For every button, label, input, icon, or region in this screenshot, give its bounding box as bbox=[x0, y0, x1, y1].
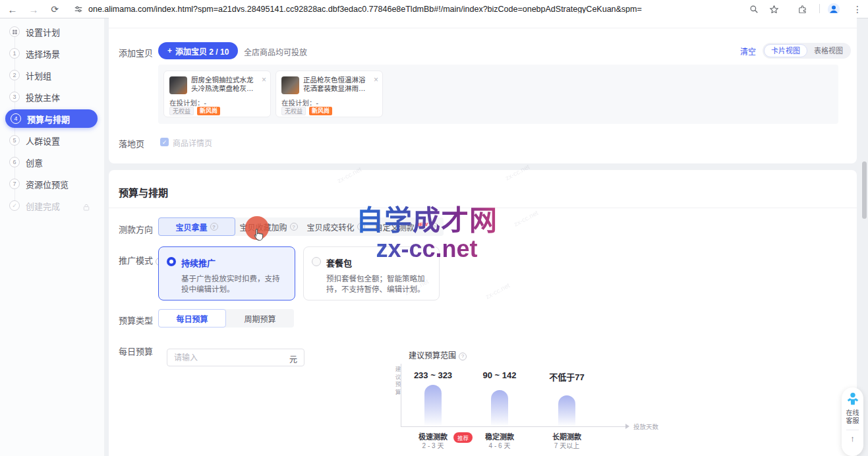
new-trend-tag: 新风尚 bbox=[309, 107, 332, 115]
landing-checkbox[interactable]: ✓ bbox=[160, 138, 169, 146]
tab-label: 宝贝拿量 bbox=[175, 221, 207, 233]
sidebar-item-label: 选择场景 bbox=[26, 47, 60, 60]
customer-service-label: 在线客服 bbox=[845, 409, 861, 425]
scrollbar-thumb[interactable] bbox=[862, 161, 867, 219]
bar-days: 4 - 6 天 bbox=[467, 440, 533, 450]
step-number: 5 bbox=[9, 135, 20, 146]
product-card[interactable]: 正品枪灰色恒温淋浴花洒套装数显淋雨浴全... × 在投计划：- 无权益 新风尚 bbox=[275, 71, 383, 117]
help-icon[interactable]: ? bbox=[210, 223, 218, 231]
alimama-mascot-icon bbox=[846, 391, 860, 407]
product-thumbnail bbox=[169, 76, 187, 94]
table-view-tab[interactable]: 表格视图 bbox=[807, 44, 850, 57]
sidebar-item-placement-preview[interactable]: 7 资源位预览 bbox=[0, 175, 104, 193]
chart-title: 建议预算范围? bbox=[409, 349, 467, 360]
watermark-title: 自学成才网 bbox=[353, 198, 501, 238]
add-items-card: 添加宝贝 + 添加宝贝 2 / 10 全店商品均可投放 清空 卡片视图 表格视图… bbox=[109, 13, 857, 163]
daily-budget-field: 元 bbox=[167, 349, 304, 366]
sidebar-item-target[interactable]: 3 投放主体 bbox=[0, 88, 104, 106]
mode-title: 持续推广 bbox=[181, 256, 287, 269]
mode-card-continuous[interactable]: 持续推广 基于广告投放实时扣费，支持投中编辑计划。 bbox=[158, 246, 295, 300]
product-title: 厨房全铜抽拉式水龙头冷热洗菜盘枪灰泡水... bbox=[191, 76, 256, 93]
chart-x-arrow bbox=[625, 424, 629, 429]
no-rights-tag: 无权益 bbox=[169, 107, 194, 115]
step-number: 4 bbox=[11, 113, 21, 124]
promo-mode-label: 推广模式? bbox=[119, 254, 163, 266]
step-number: 1 bbox=[9, 48, 20, 59]
sidebar-item-label: 创意 bbox=[26, 156, 43, 169]
chart-x-label: 投放天数 bbox=[633, 422, 658, 431]
bar-stable-test bbox=[491, 390, 508, 426]
step-number: 3 bbox=[9, 92, 20, 102]
sidebar-item-label: 投放主体 bbox=[26, 91, 60, 103]
plus-icon: + bbox=[167, 46, 172, 55]
forward-icon[interactable]: → bbox=[26, 2, 41, 16]
step-number: 6 bbox=[9, 157, 20, 167]
sidebar-item-creative[interactable]: 6 创意 bbox=[0, 153, 104, 171]
landing-option-label: 商品详情页 bbox=[173, 137, 212, 148]
site-watermark: 自学成才网 zx-cc.net bbox=[353, 198, 501, 263]
divider bbox=[846, 430, 859, 430]
customer-service-widget[interactable]: 在线客服 ↑ bbox=[842, 387, 863, 456]
step-number: 7 bbox=[9, 179, 20, 189]
add-item-button[interactable]: + 添加宝贝 2 / 10 bbox=[158, 42, 238, 59]
daily-budget-label: 每日预算 bbox=[119, 345, 153, 357]
add-items-hint: 全店商品均可投放 bbox=[244, 46, 307, 57]
no-rights-tag: 无权益 bbox=[281, 107, 306, 115]
sidebar-item-scene[interactable]: 1 选择场景 bbox=[0, 44, 104, 63]
bar-days: 7 天以上 bbox=[534, 440, 600, 450]
close-icon[interactable]: × bbox=[374, 75, 378, 84]
bar-long-test bbox=[558, 395, 575, 426]
sidebar-item-label: 资源位预览 bbox=[26, 178, 69, 190]
sidebar-item-label: 创建完成 bbox=[26, 200, 60, 212]
cursor-hand-icon bbox=[251, 228, 264, 245]
currency-unit: 元 bbox=[289, 353, 297, 364]
add-item-button-label: 添加宝贝 2 / 10 bbox=[175, 45, 229, 57]
product-plan-status: 在投计划：- bbox=[169, 98, 206, 107]
view-toggle: 卡片视图 表格视图 bbox=[763, 43, 851, 59]
section-title: 预算与排期 bbox=[119, 185, 168, 199]
page-body: 设置计划 1 选择场景 2 计划组 3 投放主体 4 预算与排期 5 人群设置 bbox=[0, 18, 868, 456]
back-to-top-icon[interactable]: ↑ bbox=[850, 434, 855, 443]
budget-type-label: 预算类型 bbox=[119, 314, 153, 326]
step-sidebar: 设置计划 1 选择场景 2 计划组 3 投放主体 4 预算与排期 5 人群设置 bbox=[0, 18, 104, 456]
sidebar-item-label: 计划组 bbox=[26, 69, 51, 82]
sidebar-item-plan-settings[interactable]: 设置计划 bbox=[0, 22, 104, 41]
daily-budget-tab[interactable]: 每日预算 bbox=[158, 309, 226, 328]
recommend-badge: 推荐 bbox=[453, 432, 473, 443]
clear-all-link[interactable]: 清空 bbox=[740, 45, 756, 57]
back-icon[interactable]: ← bbox=[5, 2, 20, 16]
suggested-budget-chart: 建议预算范围? 建议预算 投放天数 233 ~ 323 90 ~ 142 不低于… bbox=[392, 347, 669, 456]
check-circle-icon: ✓ bbox=[9, 200, 20, 211]
sidebar-item-audience[interactable]: 5 人群设置 bbox=[0, 131, 104, 150]
promo-mode-label-text: 推广模式 bbox=[119, 256, 153, 266]
sidebar-item-label: 人群设置 bbox=[26, 134, 60, 147]
product-plan-status: 在投计划：- bbox=[281, 98, 318, 107]
sidebar-item-budget-schedule[interactable]: 4 预算与排期 bbox=[5, 109, 98, 128]
help-icon[interactable]: ? bbox=[459, 353, 467, 360]
product-thumbnail bbox=[281, 76, 299, 94]
budget-type-tabs: 每日预算 周期预算 bbox=[158, 309, 294, 328]
close-icon[interactable]: × bbox=[262, 75, 266, 84]
tab-label: 宝贝成交转化 bbox=[306, 221, 354, 233]
product-card[interactable]: 厨房全铜抽拉式水龙头冷热洗菜盘枪灰泡水... × 在投计划：- 无权益 新风尚 bbox=[163, 71, 271, 117]
step-number: 2 bbox=[9, 70, 20, 80]
help-icon[interactable]: ? bbox=[290, 223, 298, 231]
chart-title-text: 建议预算范围 bbox=[409, 351, 456, 360]
sidebar-item-complete: ✓ 创建完成 bbox=[0, 196, 104, 215]
radio-unselected-icon[interactable] bbox=[312, 257, 321, 266]
reload-icon[interactable]: ⟳ bbox=[47, 2, 62, 16]
product-strip: 厨房全铜抽拉式水龙头冷热洗菜盘枪灰泡水... × 在投计划：- 无权益 新风尚 … bbox=[158, 65, 838, 124]
plan-settings-icon bbox=[9, 26, 20, 37]
sidebar-item-label: 预算与排期 bbox=[27, 113, 70, 125]
card-view-tab[interactable]: 卡片视图 bbox=[764, 44, 807, 57]
period-budget-tab[interactable]: 周期预算 bbox=[226, 309, 294, 328]
radio-selected-icon[interactable] bbox=[167, 257, 176, 266]
site-info-icon[interactable] bbox=[71, 2, 86, 16]
daily-budget-input[interactable] bbox=[174, 349, 279, 366]
sidebar-item-plan-group[interactable]: 2 计划组 bbox=[0, 66, 104, 84]
test-direction-label: 测款方向 bbox=[119, 223, 153, 235]
mode-description: 基于广告投放实时扣费，支持投中编辑计划。 bbox=[181, 273, 287, 295]
tab-item-volume[interactable]: 宝贝拿量 ? bbox=[158, 217, 235, 236]
new-trend-tag: 新风尚 bbox=[197, 107, 220, 115]
sidebar-item-label: 设置计划 bbox=[26, 26, 60, 38]
